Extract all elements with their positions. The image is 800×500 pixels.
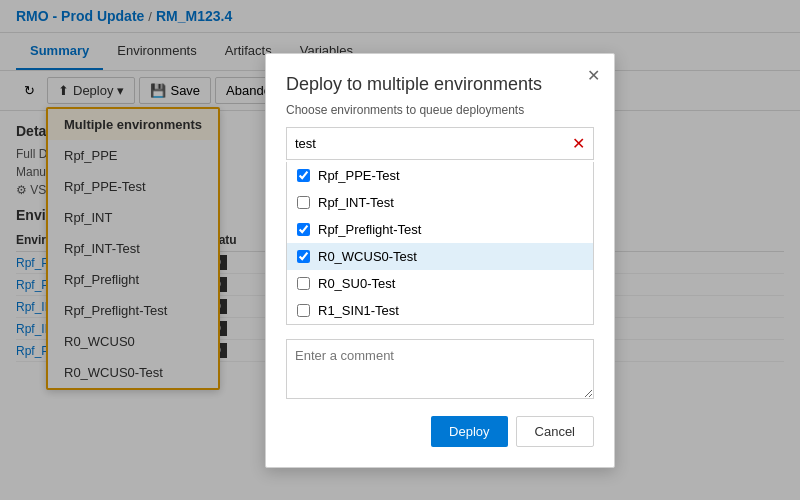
modal-close-button[interactable]: ✕ [587,66,600,85]
modal-deploy-button[interactable]: Deploy [431,416,507,447]
env-list-label-5: R1_SIN1-Test [318,303,399,318]
modal-overlay: ✕ Deploy to multiple environments Choose… [0,0,800,500]
modal-subtitle: Choose environments to queue deployments [286,103,594,117]
modal-actions: Deploy Cancel [286,416,594,447]
env-list-item-5[interactable]: R1_SIN1-Test [287,297,593,324]
env-list-item-2[interactable]: Rpf_Preflight-Test [287,216,593,243]
env-checkbox-3[interactable] [297,250,310,263]
env-checkbox-2[interactable] [297,223,310,236]
env-list-label-4: R0_SU0-Test [318,276,395,291]
env-list-item-0[interactable]: Rpf_PPE-Test [287,162,593,189]
search-box: ✕ [286,127,594,160]
env-list-label-3: R0_WCUS0-Test [318,249,417,264]
modal-title: Deploy to multiple environments [286,74,594,95]
env-checkbox-0[interactable] [297,169,310,182]
env-list-item-3[interactable]: R0_WCUS0-Test [287,243,593,270]
modal-cancel-button[interactable]: Cancel [516,416,594,447]
env-list: Rpf_PPE-Test Rpf_INT-Test Rpf_Preflight-… [286,162,594,325]
env-list-item-4[interactable]: R0_SU0-Test [287,270,593,297]
env-list-item-1[interactable]: Rpf_INT-Test [287,189,593,216]
env-list-label-0: Rpf_PPE-Test [318,168,400,183]
search-clear-button[interactable]: ✕ [564,128,593,159]
main-page: RMO - Prod Update / RM_M123.4 Summary En… [0,0,800,500]
env-list-label-1: Rpf_INT-Test [318,195,394,210]
env-checkbox-4[interactable] [297,277,310,290]
comment-textarea[interactable] [286,339,594,399]
env-checkbox-1[interactable] [297,196,310,209]
deploy-modal: ✕ Deploy to multiple environments Choose… [265,53,615,468]
search-input[interactable] [287,130,564,157]
env-list-label-2: Rpf_Preflight-Test [318,222,421,237]
env-checkbox-5[interactable] [297,304,310,317]
